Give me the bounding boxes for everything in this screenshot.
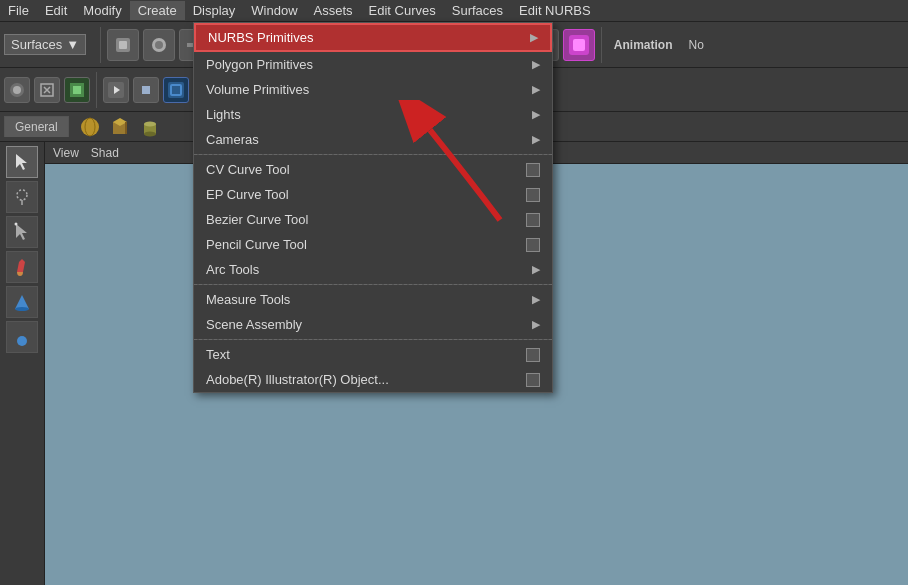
menu-nurbs-primitives[interactable]: NURBS Primitives ▶ xyxy=(194,23,552,52)
lights-label: Lights xyxy=(206,107,241,122)
render-icon-1[interactable] xyxy=(103,77,129,103)
pencil-curve-checkbox[interactable] xyxy=(526,238,540,252)
svg-point-35 xyxy=(81,118,99,136)
menu-cv-curve-tool[interactable]: CV Curve Tool xyxy=(194,157,552,182)
svg-point-43 xyxy=(17,190,27,200)
menu-separator-3 xyxy=(194,339,552,340)
menu-create[interactable]: Create xyxy=(130,1,185,20)
menu-measure-tools[interactable]: Measure Tools ▶ xyxy=(194,287,552,312)
menu-lights[interactable]: Lights ▶ xyxy=(194,102,552,127)
svg-point-22 xyxy=(13,86,21,94)
menu-edit-nurbs[interactable]: Edit NURBS xyxy=(511,1,599,20)
surfaces-label: Surfaces xyxy=(11,37,62,52)
tool-paint[interactable] xyxy=(6,251,38,283)
svg-point-41 xyxy=(144,121,156,126)
svg-marker-46 xyxy=(15,295,29,309)
tool-icon-1[interactable] xyxy=(4,77,30,103)
toolbar-icon-1[interactable] xyxy=(107,29,139,61)
toolbar-separator3 xyxy=(601,27,602,63)
tool-ball[interactable] xyxy=(6,321,38,353)
cameras-arrow: ▶ xyxy=(532,133,540,146)
menu-cameras[interactable]: Cameras ▶ xyxy=(194,127,552,152)
bezier-curve-checkbox[interactable] xyxy=(526,213,540,227)
svg-point-47 xyxy=(15,307,29,311)
measure-tools-label: Measure Tools xyxy=(206,292,290,307)
animation-label: Animation xyxy=(608,36,679,54)
bezier-curve-label: Bezier Curve Tool xyxy=(206,212,308,227)
polygon-primitives-arrow: ▶ xyxy=(532,58,540,71)
menu-bezier-curve-tool[interactable]: Bezier Curve Tool xyxy=(194,207,552,232)
shelf-cylinder-icon[interactable] xyxy=(137,114,163,140)
tool-move[interactable] xyxy=(6,216,38,248)
nurbs-primitives-arrow: ▶ xyxy=(530,31,538,44)
menu-scene-assembly[interactable]: Scene Assembly ▶ xyxy=(194,312,552,337)
svg-marker-39 xyxy=(125,122,127,134)
menu-polygon-primitives[interactable]: Polygon Primitives ▶ xyxy=(194,52,552,77)
volume-primitives-arrow: ▶ xyxy=(532,83,540,96)
menu-arc-tools[interactable]: Arc Tools ▶ xyxy=(194,257,552,282)
render-icon-2[interactable] xyxy=(133,77,159,103)
volume-primitives-label: Volume Primitives xyxy=(206,82,309,97)
ep-curve-checkbox[interactable] xyxy=(526,188,540,202)
menu-modify[interactable]: Modify xyxy=(75,1,129,20)
polygon-primitives-label: Polygon Primitives xyxy=(206,57,313,72)
nurbs-primitives-label: NURBS Primitives xyxy=(208,30,313,45)
deform-icon-5[interactable] xyxy=(563,29,595,61)
svg-rect-20 xyxy=(573,39,585,51)
lights-arrow: ▶ xyxy=(532,108,540,121)
svg-point-45 xyxy=(15,223,18,226)
menu-ep-curve-tool[interactable]: EP Curve Tool xyxy=(194,182,552,207)
measure-tools-arrow: ▶ xyxy=(532,293,540,306)
tool-select[interactable] xyxy=(6,146,38,178)
scene-assembly-label: Scene Assembly xyxy=(206,317,302,332)
viewport-tab-shad[interactable]: Shad xyxy=(91,146,119,160)
no-label: No xyxy=(683,36,710,54)
toolbar-icon-2[interactable] xyxy=(143,29,175,61)
menu-assets[interactable]: Assets xyxy=(306,1,361,20)
menu-bar: File Edit Modify Create Display Window A… xyxy=(0,0,908,22)
text-checkbox[interactable] xyxy=(526,348,540,362)
cv-curve-checkbox[interactable] xyxy=(526,163,540,177)
menu-text[interactable]: Text xyxy=(194,342,552,367)
shelf-tab-general[interactable]: General xyxy=(4,116,69,137)
adobe-checkbox[interactable] xyxy=(526,373,540,387)
menu-display[interactable]: Display xyxy=(185,1,244,20)
toolbar-separator1 xyxy=(100,27,101,63)
menu-adobe-illustrator[interactable]: Adobe(R) Illustrator(R) Object... xyxy=(194,367,552,392)
render-icon-3[interactable] xyxy=(163,77,189,103)
menu-separator-1 xyxy=(194,154,552,155)
menu-volume-primitives[interactable]: Volume Primitives ▶ xyxy=(194,77,552,102)
text-label: Text xyxy=(206,347,230,362)
svg-rect-24 xyxy=(73,86,81,94)
arc-tools-arrow: ▶ xyxy=(532,263,540,276)
toolbar-separator4 xyxy=(96,72,97,108)
cameras-label: Cameras xyxy=(206,132,259,147)
viewport-tab-view[interactable]: View xyxy=(53,146,79,160)
tool-cone[interactable] xyxy=(6,286,38,318)
svg-point-3 xyxy=(155,41,163,49)
create-menu-dropdown: NURBS Primitives ▶ Polygon Primitives ▶ … xyxy=(193,22,553,393)
scene-assembly-arrow: ▶ xyxy=(532,318,540,331)
tool-lasso[interactable] xyxy=(6,181,38,213)
left-panel xyxy=(0,142,45,585)
shelf-sphere-icon[interactable] xyxy=(77,114,103,140)
menu-surfaces[interactable]: Surfaces xyxy=(444,1,511,20)
pencil-curve-label: Pencil Curve Tool xyxy=(206,237,307,252)
menu-file[interactable]: File xyxy=(0,1,37,20)
menu-window[interactable]: Window xyxy=(243,1,305,20)
menu-pencil-curve-tool[interactable]: Pencil Curve Tool xyxy=(194,232,552,257)
menu-edit-curves[interactable]: Edit Curves xyxy=(361,1,444,20)
shelf-cube-icon[interactable] xyxy=(107,114,133,140)
cv-curve-label: CV Curve Tool xyxy=(206,162,290,177)
menu-edit[interactable]: Edit xyxy=(37,1,75,20)
svg-rect-1 xyxy=(119,41,127,49)
surfaces-dropdown[interactable]: Surfaces ▼ xyxy=(4,34,86,55)
ep-curve-label: EP Curve Tool xyxy=(206,187,289,202)
tool-icon-2[interactable] xyxy=(34,77,60,103)
tool-icon-3[interactable] xyxy=(64,77,90,103)
svg-point-48 xyxy=(17,336,27,346)
svg-point-42 xyxy=(144,131,156,136)
dropdown-arrow-icon: ▼ xyxy=(66,37,79,52)
adobe-label: Adobe(R) Illustrator(R) Object... xyxy=(206,372,389,387)
arc-tools-label: Arc Tools xyxy=(206,262,259,277)
